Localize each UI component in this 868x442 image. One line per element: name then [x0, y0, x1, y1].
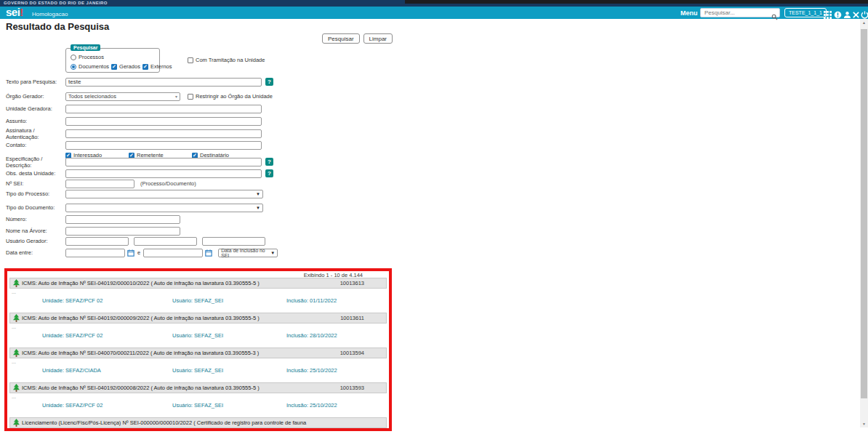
- result-usuario[interactable]: Usuário: SEFAZ_SEI: [172, 367, 286, 374]
- result-usuario[interactable]: Usuário: SEFAZ_SEI: [172, 297, 286, 304]
- radio-documentos[interactable]: [71, 64, 76, 70]
- radio-processos[interactable]: [71, 55, 76, 60]
- checkbox-externos-label: Externos: [150, 63, 172, 70]
- result-title[interactable]: ICMS: Auto de Infração Nº SEI-040070/000…: [22, 350, 340, 356]
- unidade-geradora-input[interactable]: [65, 105, 262, 113]
- info-icon[interactable]: [834, 9, 843, 17]
- calendar-icon[interactable]: [127, 246, 134, 260]
- environment-label: Homologacao: [32, 11, 68, 17]
- result-snippet: ...: [12, 324, 389, 329]
- scroll-down-icon[interactable]: ▼: [860, 422, 868, 426]
- checkbox-tramitacao-label: Com Tramitação na Unidade: [196, 57, 265, 63]
- checkbox-restringir[interactable]: [188, 94, 193, 100]
- result-snippet: ...: [12, 289, 389, 294]
- sei-logo-text: sei: [6, 6, 20, 18]
- checkbox-externos[interactable]: [142, 64, 148, 70]
- checkbox-gerados[interactable]: [111, 64, 117, 70]
- label-obs-unidade: Obs. desta Unidade:: [6, 170, 65, 177]
- scrollbar-thumb[interactable]: [861, 29, 867, 398]
- result-unidade[interactable]: Unidade: SEFAZ/PCF 02: [42, 402, 172, 409]
- tree-icon[interactable]: [13, 382, 20, 395]
- label-usuario-gerador: Usuário Gerador:: [6, 238, 65, 244]
- header-search[interactable]: [700, 8, 780, 17]
- clear-button[interactable]: Limpar: [363, 33, 393, 44]
- usuario-gerador-input-3[interactable]: [202, 237, 265, 246]
- search-type-fieldset: Pesquisar Processos Documentos Gerados E…: [65, 48, 160, 73]
- result-unidade[interactable]: Unidade: SEFAZ/PCF 02: [42, 297, 172, 304]
- tree-icon[interactable]: [13, 417, 20, 430]
- grid-icon[interactable]: [824, 9, 832, 17]
- result-item: ICMS: Auto de Infração Nº SEI-040192/000…: [7, 382, 389, 417]
- data-inicio-input[interactable]: [65, 249, 125, 257]
- current-user-button[interactable]: TESTE_1_1_1: [784, 8, 827, 17]
- menu-button[interactable]: Menu: [680, 9, 698, 17]
- result-header[interactable]: Licenciamento (Licenc/Fisc/Pós-Licença) …: [9, 417, 387, 428]
- vertical-scrollbar[interactable]: ▲ ▼: [860, 19, 868, 427]
- result-item: ICMS: Auto de Infração Nº SEI-040070/000…: [7, 347, 389, 382]
- header-search-input[interactable]: [703, 9, 770, 17]
- result-item: ICMS: Auto de Infração Nº SEI-040192/000…: [7, 278, 389, 313]
- scroll-up-icon[interactable]: ▲: [860, 20, 868, 25]
- help-especificacao-icon[interactable]: ?: [265, 158, 273, 166]
- numero-input[interactable]: [65, 215, 180, 224]
- usuario-gerador-input-1[interactable]: [65, 237, 129, 246]
- close-icon[interactable]: [852, 9, 861, 17]
- result-snippet: ...: [12, 394, 389, 399]
- checkbox-tramitacao[interactable]: [188, 57, 193, 63]
- data-tipo-select[interactable]: Data de Inclusão no SEI ▼: [218, 249, 278, 257]
- nome-arvore-input[interactable]: [65, 227, 180, 236]
- assunto-input[interactable]: [65, 117, 262, 126]
- orgao-gerador-value: Todos selecionados: [68, 93, 116, 100]
- label-assunto: Assunto:: [6, 118, 65, 124]
- result-title[interactable]: ICMS: Auto de Infração Nº SEI-040192/000…: [22, 280, 340, 286]
- especificacao-input[interactable]: [65, 158, 262, 166]
- radio-processos-label: Processos: [79, 54, 104, 60]
- tree-icon[interactable]: [13, 312, 20, 325]
- search-button[interactable]: Pesquisar: [322, 33, 360, 44]
- orgao-gerador-select[interactable]: Todos selecionados ▾: [65, 92, 180, 101]
- top-dark-strip: [405, 0, 868, 4]
- result-header[interactable]: ICMS: Auto de Infração Nº SEI-040192/000…: [9, 313, 387, 324]
- tree-icon[interactable]: [13, 277, 20, 290]
- texto-pesquisa-input[interactable]: [65, 78, 262, 87]
- label-unidade-geradora: Unidade Geradora:: [6, 105, 65, 112]
- label-numero: Número:: [6, 216, 65, 222]
- tipo-documento-select[interactable]: ▼: [65, 204, 263, 212]
- help-texto-icon[interactable]: ?: [265, 78, 273, 86]
- assinatura-input[interactable]: [65, 129, 262, 138]
- result-number: 10013613: [340, 280, 364, 286]
- chevron-down-icon: ▼: [256, 206, 260, 210]
- result-title[interactable]: ICMS: Auto de Infração Nº SEI-040192/000…: [22, 315, 340, 321]
- power-icon[interactable]: [861, 9, 868, 17]
- result-title[interactable]: ICMS: Auto de Infração Nº SEI-040192/000…: [22, 385, 340, 391]
- result-unidade[interactable]: Unidade: SEFAZ/PCF 02: [42, 332, 172, 339]
- result-header[interactable]: ICMS: Auto de Infração Nº SEI-040192/000…: [9, 382, 387, 393]
- help-obs-icon[interactable]: ?: [265, 169, 273, 177]
- usuario-gerador-input-2[interactable]: [134, 237, 197, 246]
- result-inclusao: Inclusão: 28/10/2022: [286, 332, 337, 339]
- user-icon[interactable]: [843, 9, 852, 17]
- search-icon[interactable]: [771, 10, 778, 23]
- sei-logo[interactable]: sei!: [6, 6, 23, 18]
- obs-unidade-input[interactable]: [65, 169, 262, 178]
- contato-input[interactable]: [65, 141, 262, 150]
- result-header[interactable]: ICMS: Auto de Infração Nº SEI-040070/000…: [9, 347, 387, 358]
- result-header[interactable]: ICMS: Auto de Infração Nº SEI-040192/000…: [9, 278, 387, 289]
- tipo-processo-select[interactable]: ▼: [65, 190, 263, 198]
- label-tipo-documento: Tipo do Documento:: [6, 204, 65, 211]
- between-e-label: e: [137, 249, 140, 256]
- result-item: ICMS: Auto de Infração Nº SEI-040192/000…: [7, 313, 389, 347]
- app-header: sei! Homologacao Menu TESTE_1_1_1: [0, 7, 868, 19]
- tree-icon[interactable]: [13, 347, 20, 360]
- radio-documentos-label: Documentos: [79, 63, 109, 70]
- results-summary: Exibindo 1 - 10 de 4.144: [7, 272, 389, 278]
- calendar-icon[interactable]: [205, 246, 212, 260]
- form-actions: Pesquisar Limpar: [322, 33, 393, 44]
- result-title[interactable]: Licenciamento (Licenc/Fisc/Pós-Licença) …: [22, 419, 364, 426]
- label-especificacao: Especificação / Descrição:: [6, 156, 65, 169]
- nsei-input[interactable]: [65, 180, 134, 188]
- result-unidade[interactable]: Unidade: SEFAZ/CIADA: [42, 367, 172, 374]
- result-usuario[interactable]: Usuário: SEFAZ_SEI: [172, 332, 286, 339]
- result-usuario[interactable]: Usuário: SEFAZ_SEI: [172, 402, 286, 409]
- data-fim-input[interactable]: [143, 249, 203, 257]
